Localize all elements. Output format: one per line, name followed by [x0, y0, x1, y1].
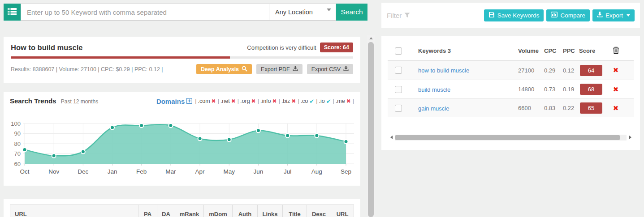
domains-bar: Domains |.com✖ |.net✖ |.org✖ |.info✖ |.b… — [156, 98, 354, 105]
delete-keyword-icon[interactable]: ✖ — [613, 104, 619, 112]
svg-text:Jun: Jun — [254, 168, 264, 175]
magnifier-icon — [242, 66, 247, 73]
export-pdf-button[interactable]: Export PDF — [256, 64, 303, 74]
col-url-2: URL — [331, 205, 354, 217]
keywords-toolbar-card: Filter Save Keywords Compare Export — [381, 3, 640, 28]
keyword-search-bar: Any Location Search — [4, 4, 367, 21]
domain-item[interactable]: |.info✖ — [258, 98, 277, 104]
keyword-link[interactable]: gain muscle — [418, 105, 449, 112]
row-checkbox[interactable] — [395, 86, 402, 93]
download-icon — [597, 12, 603, 19]
delete-all-button[interactable] — [606, 47, 626, 55]
arrow-up-icon — [369, 37, 373, 39]
svg-text:May: May — [224, 168, 235, 175]
scroll-left-button[interactable] — [388, 134, 395, 140]
keyword-score-badge: 64 — [580, 65, 602, 76]
keywords-table-body: how to build muscle 27100 0.29 0.12 64 ✖… — [388, 61, 634, 117]
col-volume: Volume — [509, 47, 538, 54]
domain-status-icon: ✖ — [212, 98, 216, 104]
competition-bar-fill — [11, 56, 230, 59]
horizontal-scrollbar[interactable] — [388, 134, 634, 140]
volume-value: 14800 — [509, 86, 538, 93]
col-keywords: Keywords 3 — [411, 47, 509, 54]
search-button[interactable]: Search — [336, 4, 367, 21]
scroll-right-button[interactable] — [627, 134, 634, 140]
col-mdom: mDom — [204, 205, 233, 217]
volume-value: 6600 — [509, 105, 538, 111]
search-trends-chart: 10090807060OctNovDecJanFebMarAprMayJunJu… — [10, 114, 354, 181]
compare-button[interactable]: Compare — [546, 9, 590, 21]
export-pdf-label: Export PDF — [261, 66, 290, 72]
menu-button[interactable] — [4, 4, 21, 21]
svg-text:Nov: Nov — [48, 168, 59, 175]
keyword-stats: Results: 8388607 | Volume: 27100 | CPC: … — [11, 66, 163, 72]
row-checkbox[interactable] — [395, 67, 402, 74]
keyword-row: how to build muscle 27100 0.29 0.12 64 ✖ — [388, 61, 634, 80]
domain-tld: .info — [260, 98, 271, 104]
svg-text:80: 80 — [14, 140, 21, 147]
serp-analysis-card: URL PA DA mRank mDom Auth Links Title De… — [4, 199, 360, 217]
export-label: Export — [605, 12, 623, 19]
domain-status-icon: ✖ — [272, 98, 277, 104]
th-list-icon — [8, 8, 17, 17]
domain-item[interactable]: |.com✖ — [195, 98, 216, 104]
horizontal-scrollbar-thumb[interactable] — [395, 135, 620, 140]
row-checkbox[interactable] — [395, 105, 402, 112]
export-button[interactable]: Export — [592, 9, 635, 21]
svg-text:Aug: Aug — [311, 168, 322, 175]
filter-button[interactable]: Filter — [387, 12, 410, 19]
keyword-input[interactable] — [21, 4, 269, 21]
keyword-link[interactable]: build muscle — [418, 86, 450, 93]
horizontal-scrollbar-track[interactable] — [395, 135, 627, 140]
download-icon — [343, 66, 349, 72]
svg-text:70: 70 — [14, 150, 21, 157]
scroll-up-button[interactable] — [367, 35, 375, 41]
bar-chart-icon — [551, 12, 558, 19]
domain-item[interactable]: |.net✖ — [218, 98, 236, 104]
domain-status-icon: ✖ — [291, 98, 296, 104]
export-csv-button[interactable]: Export CSV — [307, 64, 353, 74]
domain-item[interactable]: |.io✔ — [316, 98, 331, 105]
floppy-icon — [488, 12, 495, 19]
vertical-scrollbar-thumb[interactable] — [368, 42, 374, 217]
domain-item[interactable]: |.me✖ — [333, 98, 351, 104]
col-url: URL — [10, 205, 138, 217]
domain-item[interactable]: |.co✔ — [298, 98, 314, 105]
domains-label: Domains — [156, 98, 185, 105]
keyword-research-app: Any Location Search How to build muscle … — [0, 0, 644, 217]
svg-text:100: 100 — [11, 120, 21, 127]
svg-text:Apr: Apr — [195, 168, 205, 175]
select-caret-icon — [327, 9, 331, 11]
keyword-row: build muscle 14800 0.73 0.19 68 ✖ — [388, 80, 634, 98]
competition-label: Competition is very difficult — [247, 44, 316, 51]
domain-status-icon: ✖ — [251, 98, 256, 104]
domain-tld: .me — [336, 98, 345, 104]
svg-text:90: 90 — [14, 130, 21, 137]
vertical-scrollbar[interactable] — [367, 35, 375, 217]
svg-text:60: 60 — [14, 161, 21, 167]
export-csv-label: Export CSV — [311, 66, 341, 72]
delete-keyword-icon[interactable]: ✖ — [613, 66, 619, 74]
domain-tld: .net — [220, 98, 230, 104]
location-select[interactable]: Any Location — [269, 4, 336, 21]
svg-text:Oct: Oct — [20, 168, 29, 175]
funnel-icon — [404, 12, 410, 19]
cpc-value: 0.73 — [538, 86, 557, 93]
arrow-left-icon — [390, 136, 393, 139]
domain-item[interactable]: |.biz✖ — [279, 98, 296, 104]
save-keywords-button[interactable]: Save Keywords — [484, 9, 544, 21]
domain-status-icon: ✖ — [231, 98, 236, 104]
delete-keyword-icon[interactable]: ✖ — [613, 85, 619, 94]
domain-item[interactable]: |.org✖ — [238, 98, 256, 104]
trends-title: Search Trends — [10, 97, 56, 105]
domain-tld: .co — [301, 98, 308, 104]
serp-table-header: URL PA DA mRank mDom Auth Links Title De… — [10, 204, 354, 217]
col-score: Score — [576, 47, 606, 54]
search-trends-card: Search Trends Past 12 months Domains |.c… — [4, 92, 360, 186]
select-all-checkbox[interactable] — [395, 47, 402, 55]
keyword-link[interactable]: how to build muscle — [418, 67, 469, 74]
domain-tld: .biz — [281, 98, 290, 104]
deep-analysis-button[interactable]: Deep Analysis — [196, 64, 252, 74]
trash-icon — [613, 47, 619, 55]
domains-toggle[interactable]: Domains — [156, 98, 192, 105]
